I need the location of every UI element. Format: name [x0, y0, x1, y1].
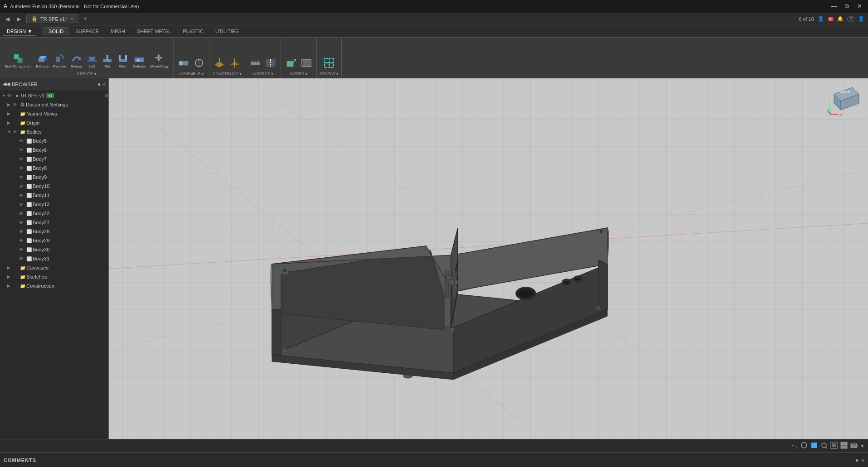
tree-body6[interactable]: ▶ 👁 ⬜ Body6	[0, 145, 108, 154]
insert-section-label: INSERT ▾	[290, 72, 308, 77]
body6-vis[interactable]: 👁	[19, 148, 26, 153]
body22-vis[interactable]: 👁	[19, 211, 26, 216]
status-icon-7[interactable]	[850, 442, 858, 450]
body29-vis[interactable]: 👁	[19, 238, 26, 243]
construct-btn-1[interactable]	[212, 56, 227, 70]
help-icon[interactable]: ?	[847, 16, 854, 22]
new-component-button[interactable]: New Component	[3, 52, 34, 70]
sweep-button[interactable]: Sweep	[69, 52, 83, 70]
tree-doc-settings[interactable]: ▶ 👁 ⚙ Document Settings	[0, 100, 108, 109]
tree-body28[interactable]: ▶ 👁 ⬜ Body28	[0, 227, 108, 236]
add-tab-button[interactable]: +	[82, 15, 89, 23]
status-icon-5[interactable]	[830, 442, 838, 450]
body28-vis[interactable]: 👁	[19, 229, 26, 234]
ribbon-section-select: SELECT ▾	[317, 38, 342, 78]
status-icon-3[interactable]	[810, 442, 818, 450]
close-button[interactable]: ✕	[855, 2, 864, 11]
user-icon[interactable]: 👤	[818, 16, 824, 22]
construct-btn-2[interactable]	[228, 56, 242, 70]
body10-vis[interactable]: 👁	[19, 184, 26, 189]
tree-body10[interactable]: ▶ 👁 ⬜ Body10	[0, 182, 108, 191]
tree-bodies[interactable]: ▼ 👁 📁 Bodies	[0, 127, 108, 136]
comments-label: COMMENTS	[4, 457, 36, 463]
tab-plastic[interactable]: PLASTIC	[177, 27, 209, 35]
comments-dot-icon[interactable]: ●	[855, 457, 858, 463]
tree-body12[interactable]: ▶ 👁 ⬜ Body12	[0, 200, 108, 209]
emboss-button[interactable]: A Emboss	[131, 52, 148, 70]
body7-vis[interactable]: 👁	[19, 157, 26, 162]
nav-forward-button[interactable]: ▶	[15, 15, 23, 23]
tree-body29[interactable]: ▶ 👁 ⬜ Body29	[0, 236, 108, 245]
svg-text:✛: ✛	[155, 53, 163, 63]
insert-btn-2[interactable]	[299, 56, 314, 70]
tab-sheet-metal[interactable]: SHEET METAL	[131, 27, 177, 35]
tree-construction[interactable]: ▶ 📁 Construction	[0, 281, 108, 290]
tree-origin[interactable]: ▶ 📁 Origin	[0, 118, 108, 127]
browser-expand-button[interactable]: »	[102, 81, 106, 87]
status-icon-1[interactable]: ↑↓	[791, 443, 798, 450]
doc-lock-icon: 🔒	[31, 16, 38, 22]
minimize-button[interactable]: —	[829, 2, 839, 11]
status-dropdown-arrow[interactable]: ▼	[860, 444, 864, 448]
bell-icon[interactable]: 🔔	[837, 16, 844, 22]
tree-body5[interactable]: ▶ 👁 ⬜ Body5	[0, 136, 108, 145]
tree-body27[interactable]: ▶ 👁 ⬜ Body27	[0, 218, 108, 227]
body8-label: Body8	[33, 165, 47, 171]
root-visibility-icon[interactable]: 👁	[7, 93, 15, 98]
insert-btn-1[interactable]	[284, 56, 298, 70]
assemble-btn-1[interactable]	[176, 56, 191, 70]
body27-vis[interactable]: 👁	[19, 220, 26, 225]
comments-expand-icon[interactable]: »	[861, 457, 864, 463]
body31-vis[interactable]: 👁	[19, 256, 26, 261]
tree-body7[interactable]: ▶ 👁 ⬜ Body7	[0, 154, 108, 164]
document-tab[interactable]: 🔒 TR SPE v1* ✕	[26, 14, 78, 23]
status-icon-4[interactable]	[820, 442, 828, 450]
web-button[interactable]: Web	[116, 52, 130, 70]
tree-body11[interactable]: ▶ 👁 ⬜ Body11	[0, 191, 108, 200]
browser-header-left: ◀◀ BROWSER	[3, 81, 38, 87]
root-settings-icon[interactable]: ⚙	[104, 93, 108, 98]
assemble-btn-2[interactable]	[192, 56, 206, 70]
tree-body30[interactable]: ▶ 👁 ⬜ Body30	[0, 245, 108, 254]
tab-utilities[interactable]: UTILITIES	[209, 27, 244, 35]
body9-vis[interactable]: 👁	[19, 175, 26, 180]
nav-back-button[interactable]: ◀	[4, 15, 11, 23]
body11-vis[interactable]: 👁	[19, 193, 26, 198]
extrude-button[interactable]: Extrude	[34, 52, 51, 70]
tab-mesh[interactable]: MESH	[105, 27, 131, 35]
status-icon-6[interactable]	[840, 442, 848, 450]
move-copy-button[interactable]: ✛ Move/Copy	[148, 52, 170, 70]
tree-body9[interactable]: ▶ 👁 ⬜ Body9	[0, 173, 108, 182]
viewport[interactable]: BACK X Y Z	[109, 78, 868, 439]
tree-named-views[interactable]: ▶ 📁 Named Views	[0, 109, 108, 118]
loft-button[interactable]: Loft	[85, 52, 99, 70]
tree-body31[interactable]: ▶ 👁 ⬜ Body31	[0, 254, 108, 263]
tree-body8[interactable]: ▶ 👁 ⬜ Body8	[0, 164, 108, 173]
design-dropdown[interactable]: DESIGN ▼	[3, 27, 36, 36]
tab-surface[interactable]: SURFACE	[69, 27, 105, 35]
doc-tab-close[interactable]: ✕	[70, 16, 73, 21]
maximize-button[interactable]: ⧉	[843, 2, 851, 11]
tab-solid[interactable]: SOLID	[43, 27, 69, 35]
tree-body22[interactable]: ▶ 👁 ⬜ Body22	[0, 209, 108, 218]
browser-pin-button[interactable]: ●	[97, 81, 101, 87]
tree-sketches[interactable]: ▶ 📁 Sketches	[0, 272, 108, 281]
account-icon[interactable]: 👤	[858, 16, 864, 22]
tree-root[interactable]: ▼ 👁 ● TR SPE v1 v1 ⚙	[0, 91, 108, 100]
tree-canvases[interactable]: ▶ 📁 Canvases	[0, 263, 108, 272]
doc-settings-vis[interactable]: 👁	[13, 102, 20, 107]
inspect-btn-2[interactable]	[263, 56, 278, 70]
orientation-cube[interactable]: BACK X Y Z	[827, 83, 863, 119]
bodies-vis[interactable]: 👁	[13, 130, 20, 135]
status-icon-2[interactable]	[800, 442, 808, 450]
body8-vis[interactable]: 👁	[19, 166, 26, 171]
body30-vis[interactable]: 👁	[19, 247, 26, 252]
body5-vis[interactable]: 👁	[19, 139, 26, 144]
select-btn-1[interactable]	[322, 56, 336, 70]
revolve-button[interactable]: Revolve	[51, 52, 68, 70]
body12-vis[interactable]: 👁	[19, 202, 26, 207]
browser-collapse-icon[interactable]: ◀◀	[3, 81, 10, 87]
page-info: 6 of 10	[799, 16, 814, 22]
rib-button[interactable]: Rib	[100, 52, 115, 70]
inspect-btn-1[interactable]	[248, 56, 262, 70]
